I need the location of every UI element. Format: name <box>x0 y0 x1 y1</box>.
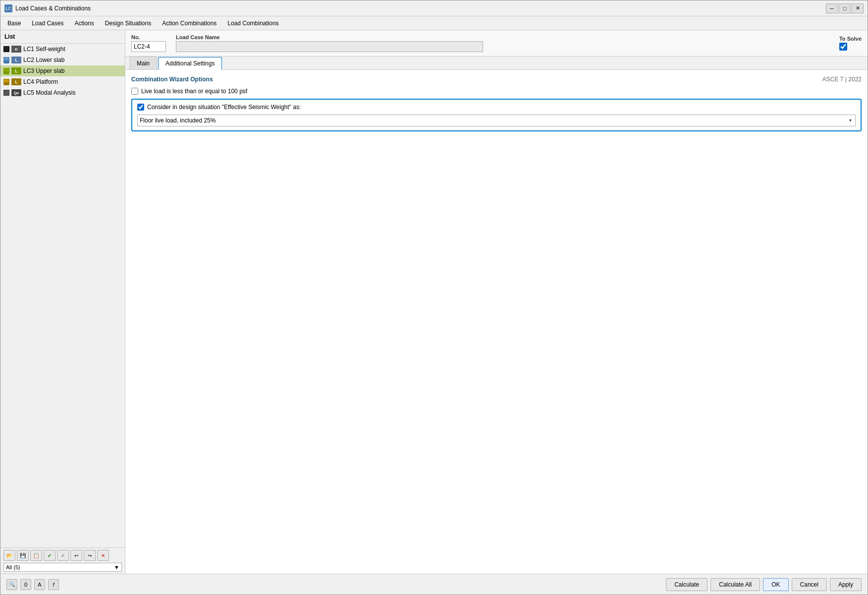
calculate-button[interactable]: Calculate <box>666 578 707 591</box>
main-window: LC Load Cases & Combinations ─ □ ✕ Base … <box>0 0 868 595</box>
bottom-right-buttons: Calculate Calculate All OK Cancel Apply <box>666 578 862 591</box>
to-solve-group: To Solve <box>839 36 862 51</box>
lc1-label: LC1 Self-weight <box>23 46 65 53</box>
section-header: Combination Wizard Options ASCE 7 | 2022 <box>131 76 862 83</box>
to-solve-label: To Solve <box>839 36 862 42</box>
f-icon-btn[interactable]: f <box>48 579 59 590</box>
to-solve-checkbox[interactable] <box>839 43 847 51</box>
list-item-lc2[interactable]: L LC2 Lower slab <box>0 55 125 65</box>
lc2-label: LC2 Lower slab <box>23 57 64 63</box>
menu-bar: Base Load Cases Actions Design Situation… <box>0 16 868 30</box>
menu-action-combinations[interactable]: Action Combinations <box>157 18 221 28</box>
menu-load-combinations[interactable]: Load Combinations <box>222 18 283 28</box>
a-icon-btn[interactable]: A <box>34 579 45 590</box>
live-load-checkbox[interactable] <box>131 88 138 95</box>
lc3-color-box <box>3 68 9 74</box>
toolbar-check-gray[interactable]: ✔ <box>57 550 69 561</box>
lc1-type-badge: D <box>11 46 21 53</box>
seismic-select-wrapper: Floor live load, included 25% Floor live… <box>137 115 856 126</box>
lc2-type-badge: L <box>11 57 21 63</box>
lc4-color-box <box>3 79 9 85</box>
dropdown-arrow-icon: ▼ <box>114 564 119 570</box>
menu-load-cases[interactable]: Load Cases <box>27 18 68 28</box>
seismic-checkbox[interactable] <box>137 104 144 111</box>
close-button[interactable]: ✕ <box>852 3 864 13</box>
title-bar: LC Load Cases & Combinations ─ □ ✕ <box>0 0 868 16</box>
menu-base[interactable]: Base <box>2 18 26 28</box>
lc1-color-box <box>3 46 9 52</box>
toolbar-copy[interactable]: 📋 <box>30 550 42 561</box>
list-header: List <box>0 30 125 44</box>
top-form: No. Load Case Name To Solve <box>125 30 868 57</box>
lc2-color-box <box>3 57 9 63</box>
menu-actions[interactable]: Actions <box>69 18 99 28</box>
list-item-lc4[interactable]: L LC4 Platform <box>0 76 125 87</box>
no-group: No. <box>131 34 166 52</box>
apply-button[interactable]: Apply <box>830 578 862 591</box>
seismic-select[interactable]: Floor live load, included 25% Floor live… <box>137 115 856 126</box>
list-item-lc3[interactable]: L LC3 Upper slab <box>0 65 125 76</box>
lc4-label: LC4 Platform <box>23 78 58 85</box>
tab-main[interactable]: Main <box>129 57 157 69</box>
lc4-type-badge: L <box>11 78 21 85</box>
tab-additional-settings[interactable]: Additional Settings <box>158 57 222 70</box>
zero-icon-btn[interactable]: 0 <box>20 579 31 590</box>
lc5-label: LC5 Modal Analysis <box>23 89 75 96</box>
no-input[interactable] <box>131 41 166 52</box>
section-title: Combination Wizard Options <box>131 76 213 83</box>
seismic-label: Consider in design situation "Effective … <box>147 104 301 111</box>
tabs-row: Main Additional Settings <box>125 57 868 70</box>
toolbar-check-green[interactable]: ✔ <box>44 550 55 561</box>
lc3-label: LC3 Upper slab <box>23 67 64 74</box>
no-label: No. <box>131 34 166 40</box>
bottom-bar: 🔍 0 A f Calculate Calculate All OK Cance… <box>0 574 868 595</box>
live-load-label: Live load is less than or equal to 100 p… <box>141 88 247 95</box>
lc3-type-badge: L <box>11 67 21 74</box>
content-area: Combination Wizard Options ASCE 7 | 2022… <box>125 70 868 574</box>
list-items: D LC1 Self-weight L LC2 Lower slab <box>0 44 125 547</box>
lc5-color-box <box>3 90 9 96</box>
seismic-box: Consider in design situation "Effective … <box>131 99 862 131</box>
right-panel: No. Load Case Name To Solve Main Additio… <box>125 30 868 574</box>
maximize-button[interactable]: □ <box>839 3 851 13</box>
left-panel: List D LC1 Self-weight L LC2 Lower slab <box>0 30 125 574</box>
left-toolbar: 📂 💾 📋 ✔ ✔ ↩ ↪ ✕ All (5) ▼ <box>0 547 125 574</box>
toolbar-delete[interactable]: ✕ <box>97 550 109 561</box>
toolbar-save[interactable]: 💾 <box>17 550 29 561</box>
bottom-left-icons: 🔍 0 A f <box>6 579 59 590</box>
name-input[interactable] <box>176 41 483 52</box>
name-group: Load Case Name <box>176 34 483 52</box>
minimize-button[interactable]: ─ <box>826 3 838 13</box>
search-icon-btn[interactable]: 🔍 <box>6 579 17 590</box>
window-title: Load Cases & Combinations <box>15 5 826 12</box>
toolbar-open[interactable]: 📂 <box>3 550 15 561</box>
lc5-type-badge: Qe <box>11 89 21 96</box>
list-item-lc5[interactable]: Qe LC5 Modal Analysis <box>0 87 125 98</box>
app-icon: LC <box>4 4 12 12</box>
live-load-option-row: Live load is less than or equal to 100 p… <box>131 88 862 95</box>
menu-design-situations[interactable]: Design Situations <box>100 18 156 28</box>
toolbar-redo1[interactable]: ↪ <box>84 550 96 561</box>
main-content: List D LC1 Self-weight L LC2 Lower slab <box>0 30 868 574</box>
cancel-button[interactable]: Cancel <box>792 578 827 591</box>
list-item-lc1[interactable]: D LC1 Self-weight <box>0 44 125 55</box>
toolbar-undo1[interactable]: ↩ <box>70 550 82 561</box>
section-standard: ASCE 7 | 2022 <box>822 76 862 83</box>
window-controls: ─ □ ✕ <box>826 3 864 13</box>
dropdown-value: All (5) <box>6 564 20 570</box>
calculate-all-button[interactable]: Calculate All <box>710 578 760 591</box>
seismic-header: Consider in design situation "Effective … <box>137 104 856 111</box>
ok-button[interactable]: OK <box>763 578 788 591</box>
list-filter-dropdown[interactable]: All (5) ▼ <box>3 563 122 572</box>
name-label: Load Case Name <box>176 34 483 40</box>
